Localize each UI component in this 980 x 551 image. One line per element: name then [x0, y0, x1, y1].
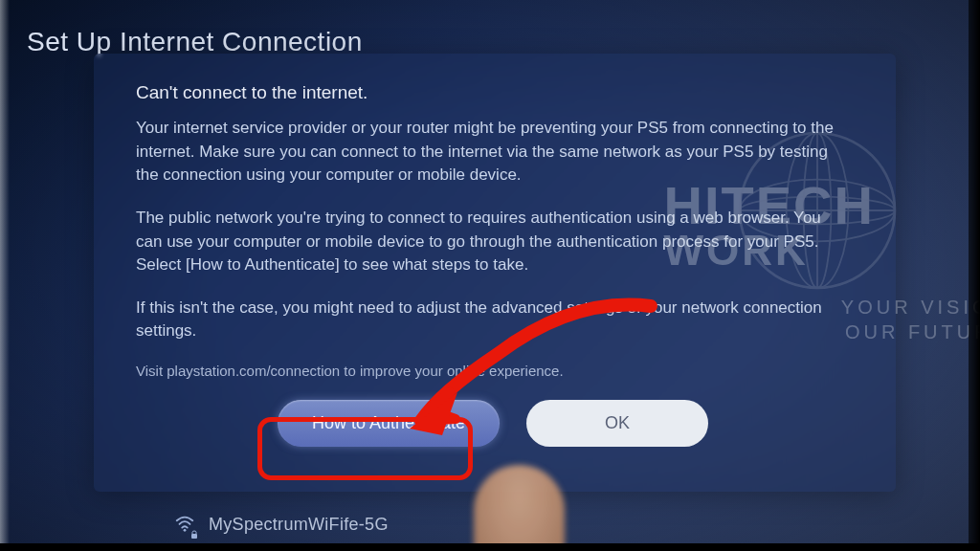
svg-rect-9: [191, 534, 197, 539]
modal-para-2: The public network you're trying to conn…: [136, 207, 850, 277]
modal-para-1: Your internet service provider or your r…: [136, 117, 850, 187]
network-name: MySpectrumWiFife-5G: [209, 515, 389, 535]
finger-photo-artifact: [474, 465, 565, 551]
modal-heading: Can't connect to the internet.: [136, 82, 850, 103]
lock-icon: [189, 530, 199, 540]
wifi-icon: [174, 513, 197, 536]
modal-para-3: If this isn't the case, you might need t…: [136, 297, 850, 343]
how-to-authenticate-button[interactable]: How to Authenticate: [278, 400, 500, 447]
modal-footnote: Visit playstation.com/connection to impr…: [136, 363, 850, 379]
error-modal: Can't connect to the internet. Your inte…: [94, 54, 896, 492]
ok-button[interactable]: OK: [526, 400, 708, 447]
network-indicator[interactable]: MySpectrumWiFife-5G: [174, 513, 389, 536]
button-row: How to Authenticate OK: [136, 400, 850, 447]
svg-point-8: [184, 529, 187, 532]
